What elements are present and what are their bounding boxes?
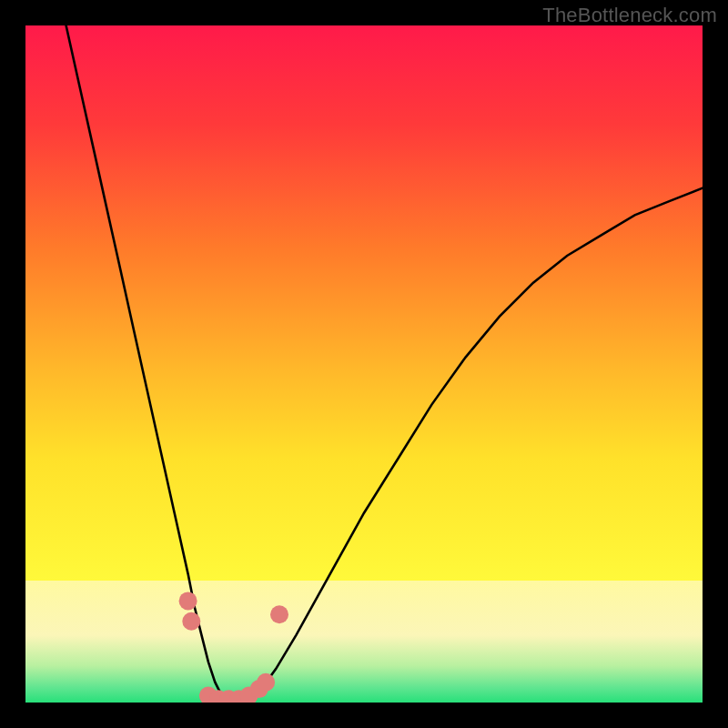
curve-marker	[270, 605, 288, 623]
gradient-background-lower	[25, 581, 703, 703]
curve-marker	[257, 673, 275, 692]
plot-area	[25, 25, 703, 703]
curve-marker	[182, 612, 200, 631]
curve-marker	[179, 592, 197, 610]
watermark-text: TheBottleneck.com	[542, 4, 717, 27]
outer-frame: TheBottleneck.com	[0, 0, 728, 728]
chart-svg	[25, 25, 703, 703]
